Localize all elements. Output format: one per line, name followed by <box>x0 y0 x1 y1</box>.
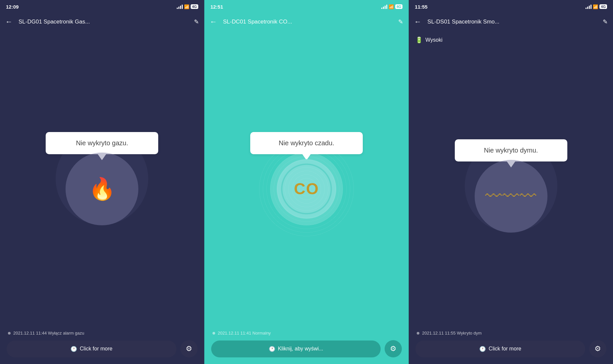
nav-title-right: SL-DS01 Spacetronik Smo... <box>427 19 599 25</box>
history-button-center[interactable]: 🕐 Kliknij, aby wyświ... <box>211 341 381 357</box>
panel-smoke: 11:55 📶 4G ← SL-DS01 Spacetronik Smo... … <box>409 0 613 364</box>
time-center: 12:51 <box>211 4 223 10</box>
gear-icon-center: ⚙ <box>390 344 397 353</box>
battery-status-right: 🔋 Wysoki <box>409 32 613 46</box>
battery-icon-right: 🔋 <box>415 36 423 44</box>
wifi-icon-center: 📶 <box>389 4 394 9</box>
bottom-area-right: 2021.12.11 11:55 Wykryto dym 🕐 Click for… <box>409 325 613 364</box>
nav-title-center: SL-DC01 Spacetronik CO... <box>223 19 395 25</box>
status-bar-left: 12:09 📶 4G <box>0 0 204 12</box>
gear-icon-left: ⚙ <box>186 344 192 353</box>
bottom-area-center: 2021.12.11 11:41 Normalny 🕐 Kliknij, aby… <box>205 325 409 364</box>
status-icons-left: 📶 4G <box>177 4 198 9</box>
status-dot-center <box>212 332 215 335</box>
speech-bubble-right: Nie wykryto dymu. <box>455 139 567 161</box>
settings-button-right[interactable]: ⚙ <box>589 340 606 357</box>
bottom-buttons-center: 🕐 Kliknij, aby wyświ... ⚙ <box>211 340 402 357</box>
history-label-center: Kliknij, aby wyświ... <box>278 346 323 352</box>
settings-button-left[interactable]: ⚙ <box>180 340 198 357</box>
sensor-area-right: Nie wykryto dymu. 〰〰〰 <box>409 46 613 325</box>
status-line-left: 2021.12.11 11:44 Wyłącz alarm gazu <box>7 331 198 336</box>
speech-bubble-left: Nie wykryto gazu. <box>46 132 158 154</box>
settings-button-center[interactable]: ⚙ <box>385 340 402 357</box>
status-text-left: 2021.12.11 11:44 Wyłącz alarm gazu <box>13 331 84 336</box>
status-dot-right <box>417 332 419 335</box>
battery-label-right: Wysoki <box>425 37 442 43</box>
network-badge-center: 4G <box>395 4 403 9</box>
status-icons-center: 📶 4G <box>381 4 403 9</box>
back-button-center[interactable]: ← <box>210 18 220 26</box>
bottom-buttons-left: 🕐 Click for more ⚙ <box>7 340 198 357</box>
history-label-right: Click for more <box>489 346 521 352</box>
status-line-right: 2021.12.11 11:55 Wykryto dym <box>415 331 606 336</box>
status-text-center: 2021.12.11 11:41 Normalny <box>218 331 271 336</box>
wifi-icon-left: 📶 <box>184 4 189 9</box>
panel-gas: 12:09 📶 4G ← SL-DG01 Spacetronik Gas... … <box>0 0 204 364</box>
status-bar-right: 11:55 📶 4G <box>409 0 613 12</box>
clock-icon-center: 🕐 <box>269 346 275 352</box>
sensor-circle-center: CO <box>270 153 343 225</box>
time-left: 12:09 <box>6 4 19 10</box>
edit-button-left[interactable]: ✎ <box>194 18 199 25</box>
smoke-icon: 〰〰〰 <box>485 187 537 206</box>
sensor-area-left: Nie wykryto gazu. 🔥 <box>0 32 204 325</box>
wifi-icon-right: 📶 <box>593 4 598 9</box>
back-button-left[interactable]: ← <box>5 18 15 26</box>
history-button-left[interactable]: 🕐 Click for more <box>7 341 176 357</box>
status-line-center: 2021.12.11 11:41 Normalny <box>211 331 402 336</box>
network-badge-right: 4G <box>599 4 607 9</box>
edit-button-right[interactable]: ✎ <box>603 18 608 25</box>
co-label: CO <box>294 180 319 198</box>
clock-icon-right: 🕐 <box>479 346 486 352</box>
nav-title-left: SL-DG01 Spacetronik Gas... <box>19 19 191 25</box>
nav-bar-left: ← SL-DG01 Spacetronik Gas... ✎ <box>0 12 204 32</box>
history-label-left: Click for more <box>80 346 113 352</box>
history-button-right[interactable]: 🕐 Click for more <box>415 341 585 357</box>
nav-bar-center: ← SL-DC01 Spacetronik CO... ✎ <box>205 12 409 32</box>
back-button-right[interactable]: ← <box>414 18 424 26</box>
sensor-area-center: Nie wykryto czadu. CO <box>205 32 409 325</box>
bottom-buttons-right: 🕐 Click for more ⚙ <box>415 340 606 357</box>
panel-co: 12:51 📶 4G ← SL-DC01 Spacetronik CO... ✎… <box>204 0 409 364</box>
signal-left <box>177 5 183 9</box>
edit-button-center[interactable]: ✎ <box>398 18 403 25</box>
network-badge-left: 4G <box>191 4 198 9</box>
sensor-circle-left: 🔥 <box>66 153 138 225</box>
gear-icon-right: ⚙ <box>594 344 601 353</box>
sensor-circle-right: 〰〰〰 <box>475 160 547 233</box>
status-dot-left <box>8 332 11 335</box>
signal-right <box>586 5 591 9</box>
signal-center <box>381 5 387 9</box>
status-text-right: 2021.12.11 11:55 Wykryto dym <box>422 331 482 336</box>
time-right: 11:55 <box>415 4 427 10</box>
nav-bar-right: ← SL-DS01 Spacetronik Smo... ✎ <box>409 12 613 32</box>
co-inner-circle: CO <box>277 159 336 219</box>
clock-icon-left: 🕐 <box>71 346 77 352</box>
status-bar-center: 12:51 📶 4G <box>205 0 409 12</box>
flame-icon: 🔥 <box>89 178 116 200</box>
bottom-area-left: 2021.12.11 11:44 Wyłącz alarm gazu 🕐 Cli… <box>0 325 204 364</box>
status-icons-right: 📶 4G <box>586 4 607 9</box>
